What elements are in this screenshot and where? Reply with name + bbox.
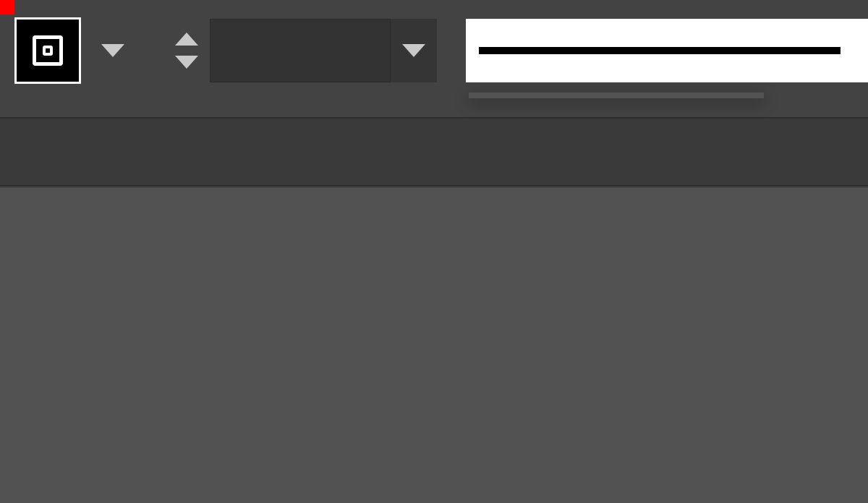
fill-stroke-swatch[interactable]: [14, 17, 81, 84]
chevron-down-icon: [402, 44, 425, 57]
chevron-up-icon: [175, 33, 198, 46]
chevron-down-icon: [101, 44, 124, 57]
stroke-profile-preview-icon: [479, 47, 841, 54]
stroke-profile-selector[interactable]: [466, 19, 868, 82]
chevron-down-icon: [175, 56, 198, 69]
stroke-swatch-icon: [33, 35, 63, 66]
stroke-weight-dropdown-button[interactable]: [391, 19, 437, 82]
swatch-center-icon: [43, 46, 53, 56]
stroke-weight-field[interactable]: [210, 19, 391, 82]
stroke-weight-stepper[interactable]: [168, 17, 205, 84]
control-bar: [0, 0, 868, 101]
stroke-weight-dropdown: [469, 93, 764, 98]
canvas-area[interactable]: [0, 188, 868, 503]
document-tab-strip: [0, 117, 868, 186]
swatch-dropdown-button[interactable]: [94, 29, 132, 72]
